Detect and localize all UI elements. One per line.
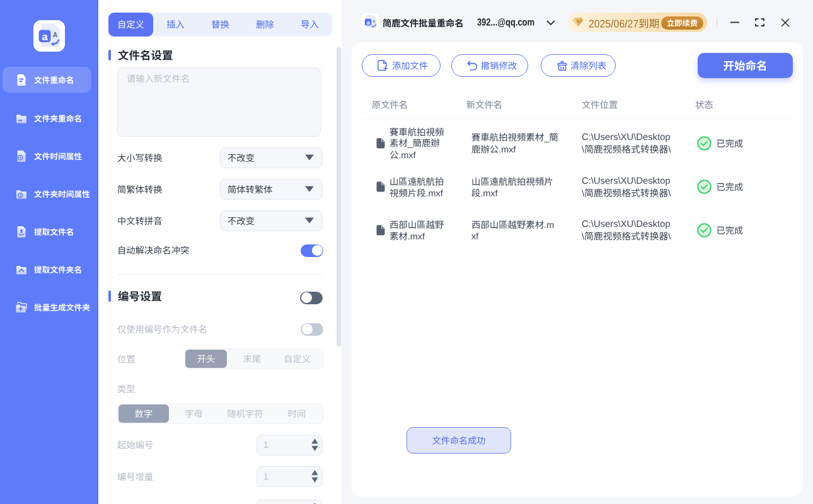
- svg-text:A: A: [53, 31, 58, 38]
- svg-text:A: A: [372, 20, 376, 23]
- svg-text:v: v: [577, 19, 579, 23]
- svg-text:a: a: [366, 19, 370, 26]
- svg-text:a: a: [42, 31, 48, 43]
